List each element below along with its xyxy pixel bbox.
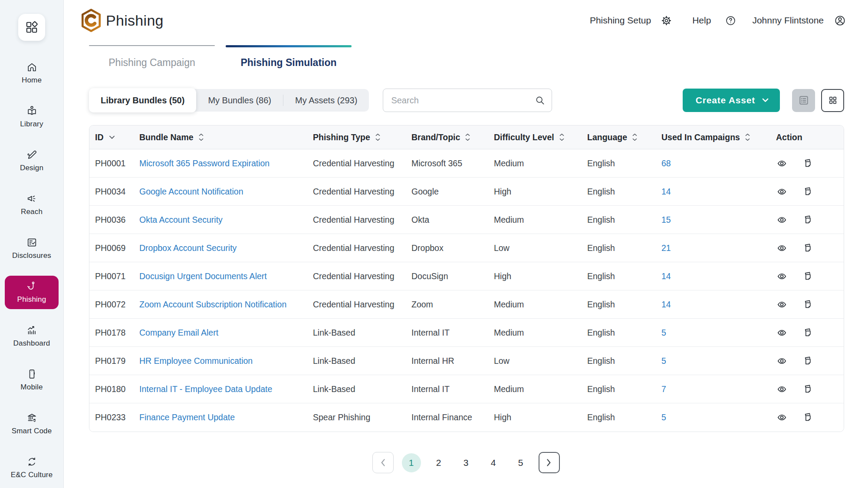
eye-icon[interactable] [776,186,788,198]
copy-icon[interactable] [802,299,814,310]
cell-language: English [587,243,661,253]
page-button-4[interactable]: 4 [484,453,503,472]
page-button-5[interactable]: 5 [511,453,530,472]
help-link[interactable]: Help [692,15,711,26]
copy-icon[interactable] [802,412,814,423]
cell-action [776,158,844,169]
page-button-2[interactable]: 2 [429,453,448,472]
cell-brand-topic: Okta [411,215,494,225]
copy-icon[interactable] [802,383,814,395]
copy-icon[interactable] [802,355,814,367]
eye-icon[interactable] [776,158,788,169]
sidebar-item-library[interactable]: Library [5,100,59,134]
eye-icon[interactable] [776,412,788,423]
campaign-count-link[interactable]: 7 [661,384,666,394]
eye-icon[interactable] [776,355,788,367]
page-title: Phishing [106,12,164,29]
filter-tab-my-assets[interactable]: My Assets (293) [283,89,369,112]
sort-arrows-icon[interactable] [199,133,204,141]
user-circle-icon[interactable] [834,14,846,27]
cell-difficulty-level: Low [494,356,587,366]
sidebar-item-label: Smart Code [12,427,52,435]
list-view-toggle[interactable] [792,89,815,112]
bundle-name-link[interactable]: Docusign Urgent Documents Alert [139,271,267,281]
sort-arrows-icon[interactable] [375,133,380,141]
phishing-app-logo-icon [80,9,102,32]
search-input[interactable] [383,89,552,112]
copy-icon[interactable] [802,242,814,254]
eye-icon[interactable] [776,299,788,310]
help-circle-icon[interactable] [725,15,736,26]
bundle-name-link[interactable]: Finance Payment Update [139,412,235,422]
copy-icon[interactable] [802,327,814,339]
eye-icon[interactable] [776,242,788,254]
next-page-button[interactable] [539,452,560,473]
sidebar-item-label: E&C Culture [11,471,53,479]
page-button-3[interactable]: 3 [457,453,476,472]
filter-tab-library-bundles[interactable]: Library Bundles (50) [89,88,196,112]
eye-icon[interactable] [776,383,788,395]
phishing-setup-link[interactable]: Phishing Setup [590,15,651,26]
tab-phishing-campaign[interactable]: Phishing Campaign [89,45,215,71]
caret-down-icon [632,138,637,141]
cell-bundle-name: Dropbox Account Security [139,243,313,253]
campaign-count-link[interactable]: 14 [661,300,671,309]
campaign-count-link[interactable]: 14 [661,271,671,281]
bundle-name-link[interactable]: HR Employee Communication [139,356,253,366]
copy-icon[interactable] [802,214,814,226]
sidebar-item-reach[interactable]: Reach [5,188,59,221]
prev-page-button[interactable] [372,452,394,473]
filter-tab-group: Library Bundles (50) My Bundles (86) My … [89,89,369,112]
eye-icon[interactable] [776,270,788,282]
copy-icon[interactable] [802,270,814,282]
eye-icon[interactable] [776,214,788,226]
sort-arrows-icon[interactable] [559,133,564,141]
brand: Phishing [80,9,164,32]
campaign-count-link[interactable]: 68 [661,158,671,168]
user-name[interactable]: Johnny Flintstone [752,15,824,26]
bundle-name-link[interactable]: Google Account Notification [139,187,243,196]
bundle-name-link[interactable]: Company Email Alert [139,328,218,337]
campaign-count-link[interactable]: 21 [661,243,671,253]
bundle-name-link[interactable]: Okta Account Security [139,215,223,224]
sidebar-item-home[interactable]: Home [5,56,59,90]
cell-bundle-name: Docusign Urgent Documents Alert [139,271,313,281]
sidebar-item-ec-culture[interactable]: E&C Culture [5,451,59,485]
sort-arrows-icon[interactable] [745,133,750,141]
filter-tab-my-bundles[interactable]: My Bundles (86) [196,89,283,112]
bundle-name-link[interactable]: Zoom Account Subscription Notification [139,300,286,309]
column-header-action: Action [776,132,844,142]
campaign-count-link[interactable]: 14 [661,187,671,196]
campaign-count-link[interactable]: 5 [661,412,666,422]
chevron-down-icon[interactable] [109,135,115,139]
create-asset-button[interactable]: Create Asset [683,89,780,112]
tab-phishing-simulation[interactable]: Phishing Simulation [226,45,352,71]
sidebar-item-smart-code[interactable]: Smart Code [5,407,59,441]
campaign-count-link[interactable]: 5 [661,356,666,366]
grid-view-toggle[interactable] [821,89,844,112]
sidebar-item-dashboard[interactable]: Dashboard [5,320,59,353]
bundle-name-link[interactable]: Dropbox Account Security [139,243,237,253]
campaign-count-link[interactable]: 15 [661,215,671,224]
copy-icon[interactable] [802,158,814,169]
bundle-name-link[interactable]: Microsoft 365 Password Expiration [139,158,270,168]
cell-id: PH0072 [95,300,139,310]
cell-used-in-campaigns: 68 [661,158,776,168]
sort-arrows-icon[interactable] [465,133,470,141]
caret-up-icon [745,133,750,136]
gear-icon[interactable] [661,15,672,26]
ec-culture-icon [26,456,38,468]
campaign-count-link[interactable]: 5 [661,328,666,337]
page-button-1[interactable]: 1 [402,453,421,472]
eye-icon[interactable] [776,327,788,339]
search-icon[interactable] [534,95,546,106]
sidebar-item-design[interactable]: Design [5,144,59,178]
bundle-name-link[interactable]: Internal IT - Employee Data Update [139,384,272,394]
cell-difficulty-level: Medium [494,328,587,338]
sidebar-item-mobile[interactable]: Mobile [5,363,59,397]
app-switcher-button[interactable] [18,14,45,41]
copy-icon[interactable] [802,186,814,198]
sidebar-item-phishing[interactable]: Phishing [5,276,59,309]
sidebar-item-disclosures[interactable]: Disclosures [5,232,59,265]
sort-arrows-icon[interactable] [632,133,637,141]
